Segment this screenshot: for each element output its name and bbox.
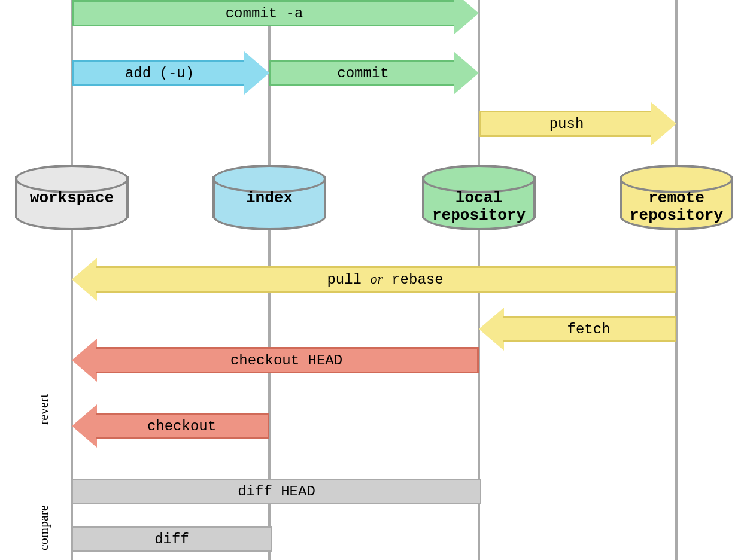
arrow-checkout-label: checkout [147,418,216,434]
arrow-push-label: push [549,116,584,132]
arrow-commit-a-label: commit -a [226,5,303,22]
arrow-commit-label: commit [337,65,388,81]
arrow-checkout: checkout [72,413,269,439]
section-label-revert: revert [36,394,51,425]
bar-diff-head-label: diff HEAD [238,483,315,500]
node-remote-repository-label: remoterepository [620,190,733,224]
bar-diff-label: diff [154,531,189,547]
node-workspace: workspace [15,165,129,230]
bar-diff-head: diff HEAD [72,479,481,504]
bar-diff: diff [72,526,272,552]
node-remote-repository: remoterepository [620,165,733,230]
git-data-transport-diagram: commit -a add (-u) commit push workspace… [0,0,744,560]
arrow-commit-a: commit -a [72,0,479,26]
arrow-commit: commit [269,60,479,86]
section-label-compare: compare [36,505,51,550]
arrow-pull-rebase-label: pull or rebase [327,271,443,288]
node-workspace-label: workspace [15,190,129,207]
node-local-repository: localrepository [422,165,536,230]
node-local-repository-label: localrepository [422,190,536,224]
node-index: index [212,165,326,230]
arrow-add: add (-u) [72,60,269,86]
arrow-fetch: fetch [479,316,676,342]
arrow-push: push [479,111,676,137]
arrow-checkout-head-label: checkout HEAD [230,352,342,369]
arrow-fetch-label: fetch [567,321,610,337]
node-index-label: index [212,190,326,207]
arrow-add-label: add (-u) [125,65,194,81]
arrow-checkout-head: checkout HEAD [72,347,479,373]
arrow-pull-rebase: pull or rebase [72,266,676,293]
